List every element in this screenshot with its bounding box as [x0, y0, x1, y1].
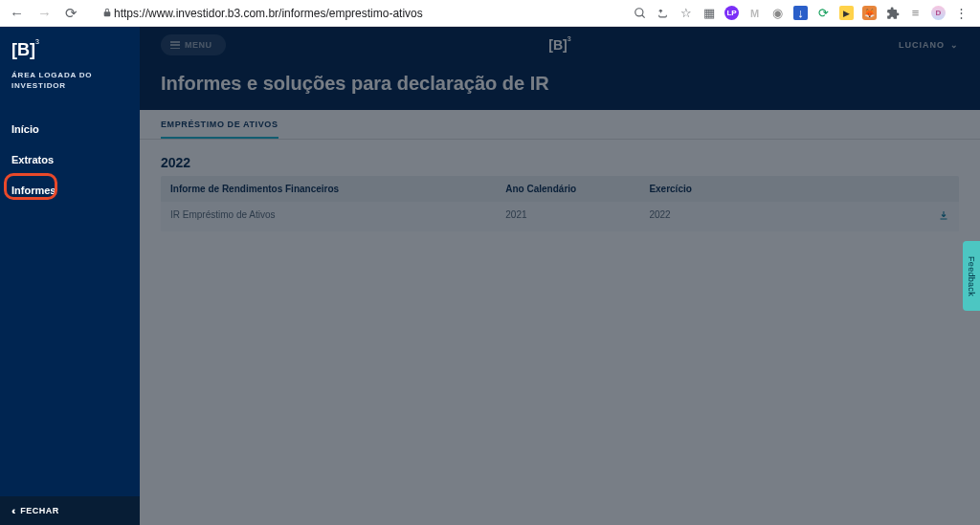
cell-year: 2021 — [496, 202, 639, 231]
extension-icons: ☆ ▦ LP M ◉ ↓ ⟳ ▶ 🦊 ≡ D ⋮ — [633, 6, 972, 20]
extension-list-icon[interactable]: ≡ — [908, 6, 923, 20]
year-heading: 2022 — [161, 155, 959, 170]
svg-line-1 — [641, 14, 644, 17]
extension-download-icon[interactable]: ↓ — [793, 6, 808, 20]
url-text: https://www.investidor.b3.com.br/informe… — [114, 7, 423, 20]
back-button[interactable]: ← — [8, 5, 26, 21]
download-icon[interactable] — [938, 210, 949, 224]
topbar-logo: [B]3 — [548, 37, 570, 53]
extension-play-icon[interactable]: ▶ — [839, 6, 854, 20]
bookmark-star-icon[interactable]: ☆ — [679, 6, 693, 20]
sidebar-nav: Início Extratos Informes — [0, 114, 140, 206]
tabs: EMPRÉSTIMO DE ATIVOS — [140, 110, 980, 140]
sidebar: [B]3 ÁREA LOGADA DO INVESTIDOR Início Ex… — [0, 27, 140, 525]
sidebar-close-button[interactable]: ‹‹ FECHAR — [0, 496, 140, 525]
browser-chrome: ← → ⟳ https://www.investidor.b3.com.br/i… — [0, 0, 980, 27]
menu-button[interactable]: MENU — [161, 34, 226, 55]
feedback-tab[interactable]: Feedback — [963, 241, 980, 312]
extension-camera-icon[interactable]: ◉ — [770, 6, 785, 20]
chevron-down-icon: ⌄ — [950, 40, 959, 50]
brand-caption: ÁREA LOGADA DO INVESTIDOR — [0, 66, 140, 100]
tab-emprestimo-ativos[interactable]: EMPRÉSTIMO DE ATIVOS — [161, 110, 278, 139]
chevron-left-double-icon: ‹‹ — [11, 505, 12, 516]
extensions-puzzle-icon[interactable] — [885, 6, 900, 20]
col-header-action — [863, 176, 959, 202]
page-header: Informes e soluções para declaração de I… — [140, 63, 980, 110]
table-header: Informe de Rendimentos Financeiros Ano C… — [161, 176, 959, 202]
user-menu[interactable]: LUCIANO ⌄ — [899, 40, 959, 50]
sidebar-item-extratos[interactable]: Extratos — [0, 144, 140, 175]
topbar: MENU [B]3 LUCIANO ⌄ — [140, 27, 980, 63]
col-header-name: Informe de Rendimentos Financeiros — [161, 176, 496, 202]
hamburger-icon — [170, 41, 180, 49]
profile-avatar-icon[interactable]: D — [931, 6, 946, 20]
main-content: MENU [B]3 LUCIANO ⌄ Informes e soluções … — [140, 27, 980, 525]
extension-refresh-icon[interactable]: ⟳ — [816, 6, 831, 20]
extension-fox-icon[interactable]: 🦊 — [862, 6, 877, 20]
report-table: Informe de Rendimentos Financeiros Ano C… — [161, 176, 959, 231]
brand-logo: [B]3 — [0, 27, 140, 66]
extension-grid-icon[interactable]: ▦ — [702, 6, 716, 20]
sidebar-item-informes[interactable]: Informes — [0, 175, 140, 206]
cell-exercise: 2022 — [639, 202, 863, 231]
cell-name: IR Empréstimo de Ativos — [161, 202, 496, 231]
lock-icon — [102, 8, 112, 19]
extension-lp-icon[interactable]: LP — [724, 6, 739, 20]
content-area: 2022 Informe de Rendimentos Financeiros … — [140, 140, 980, 247]
extension-m-icon[interactable]: M — [747, 6, 762, 20]
col-header-exercise: Exercício — [639, 176, 863, 202]
address-bar[interactable]: https://www.investidor.b3.com.br/informe… — [89, 3, 623, 24]
zoom-icon[interactable] — [633, 6, 647, 20]
share-icon[interactable] — [656, 6, 670, 20]
svg-point-0 — [635, 8, 642, 15]
table-row: IR Empréstimo de Ativos 2021 2022 — [161, 202, 959, 231]
cell-action — [863, 202, 959, 231]
page-title: Informes e soluções para declaração de I… — [161, 73, 959, 95]
chrome-menu-icon[interactable]: ⋮ — [954, 6, 969, 20]
forward-button[interactable]: → — [35, 5, 54, 21]
sidebar-item-inicio[interactable]: Início — [0, 114, 140, 144]
reload-button[interactable]: ⟳ — [63, 5, 79, 22]
col-header-year: Ano Calendário — [496, 176, 639, 202]
